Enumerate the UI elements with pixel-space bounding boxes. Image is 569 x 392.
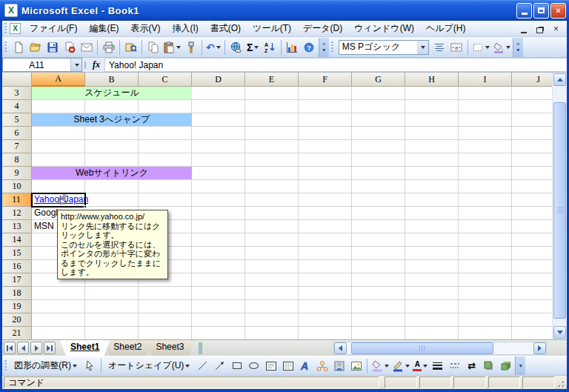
workbook-minimize-button[interactable] xyxy=(519,24,528,33)
column-header[interactable]: C xyxy=(139,73,192,87)
borders-button[interactable] xyxy=(470,39,491,56)
row-header[interactable]: 3 xyxy=(2,87,32,100)
row-header[interactable]: 14 xyxy=(2,233,32,247)
horizontal-scroll-thumb[interactable] xyxy=(351,342,493,354)
row-header[interactable]: 13 xyxy=(2,220,32,233)
open-button[interactable] xyxy=(27,39,44,56)
tab-split-handle[interactable] xyxy=(199,342,202,354)
fill-handle[interactable] xyxy=(84,205,87,208)
rectangle-button[interactable] xyxy=(228,357,245,375)
wordart-button[interactable]: A xyxy=(296,357,313,375)
cell-banner-schedule[interactable]: スケジュール xyxy=(32,87,192,99)
align-center-button[interactable] xyxy=(431,39,448,56)
row-header[interactable]: 9 xyxy=(2,167,32,180)
name-box-dropdown[interactable] xyxy=(70,59,81,71)
workbook-close-button[interactable]: × xyxy=(551,24,561,33)
scroll-right-button[interactable] xyxy=(533,342,546,354)
font-name-select[interactable]: MS Pゴシック xyxy=(339,40,429,55)
select-objects-button[interactable] xyxy=(81,357,99,375)
row-header[interactable]: 20 xyxy=(2,313,32,327)
help-button[interactable]: ? xyxy=(301,39,318,56)
scroll-down-button[interactable] xyxy=(553,326,566,339)
hyperlink-button[interactable] xyxy=(227,39,244,56)
row-header[interactable]: 17 xyxy=(2,273,32,287)
next-sheet-button[interactable] xyxy=(30,342,42,354)
print-button[interactable] xyxy=(100,39,117,56)
row-header[interactable]: 16 xyxy=(2,260,32,273)
horizontal-scrollbar[interactable] xyxy=(333,342,547,355)
column-header[interactable]: E xyxy=(245,73,299,87)
text-box-button[interactable] xyxy=(262,357,279,375)
row-header[interactable]: 10 xyxy=(2,180,32,193)
toolbar-options-button[interactable]: ▾ xyxy=(515,356,525,376)
scroll-up-button[interactable] xyxy=(553,73,566,86)
mail-button[interactable] xyxy=(78,39,95,56)
line-button[interactable] xyxy=(194,357,211,375)
autoshapes-menu-button[interactable]: オートシェイプ(U) xyxy=(104,358,194,374)
shape-line-color-button[interactable] xyxy=(390,357,411,375)
font-color-button[interactable]: A xyxy=(411,357,429,375)
draw-menu-button[interactable]: 図形の調整(R) xyxy=(10,358,81,374)
dash-style-button[interactable] xyxy=(446,357,463,375)
row-header[interactable]: 5 xyxy=(2,113,32,127)
copy-button[interactable] xyxy=(144,39,162,56)
fill-color-button[interactable] xyxy=(491,39,512,56)
horizontal-scroll-track[interactable] xyxy=(347,342,533,354)
column-header[interactable]: H xyxy=(405,73,459,87)
sort-ascending-button[interactable]: AZ xyxy=(262,39,279,56)
chart-wizard-button[interactable] xyxy=(284,39,301,56)
save-button[interactable] xyxy=(44,39,61,56)
column-header[interactable]: B xyxy=(85,73,139,87)
row-header[interactable]: 15 xyxy=(2,247,32,260)
merge-and-center-button[interactable]: a xyxy=(448,39,465,56)
formula-input[interactable]: Yahoo! Japan xyxy=(104,58,567,72)
vertical-scrollbar[interactable] xyxy=(552,73,567,339)
oval-button[interactable] xyxy=(245,357,262,375)
formula-bar-splitter[interactable] xyxy=(82,58,88,72)
column-header[interactable]: I xyxy=(459,73,512,87)
sheet-tab[interactable]: Sheet3 xyxy=(145,340,194,356)
row-header[interactable]: 4 xyxy=(2,100,32,113)
name-box[interactable]: A11 xyxy=(2,58,82,72)
menu-item[interactable]: 挿入(I) xyxy=(166,20,204,37)
arrow-style-button[interactable]: ⇄ xyxy=(463,357,480,375)
menu-item[interactable]: 書式(O) xyxy=(204,20,247,37)
arrow-button[interactable] xyxy=(211,357,228,375)
resize-grip[interactable] xyxy=(555,376,565,388)
scroll-left-button[interactable] xyxy=(334,342,347,354)
row-header[interactable]: 21 xyxy=(2,327,32,339)
line-style-button[interactable] xyxy=(429,357,446,375)
column-header[interactable]: F xyxy=(299,73,352,87)
menu-item[interactable]: ファイル(F) xyxy=(24,20,83,37)
insert-function-button[interactable]: fx xyxy=(88,58,104,72)
autosum-button[interactable]: Σ xyxy=(244,39,262,56)
last-sheet-button[interactable] xyxy=(44,342,56,354)
new-button[interactable] xyxy=(10,39,27,56)
row-header[interactable]: 8 xyxy=(2,153,32,167)
menu-item[interactable]: ヘルプ(H) xyxy=(420,20,472,37)
cell-banner-web-links[interactable]: Webサイトリンク xyxy=(32,167,192,179)
first-sheet-button[interactable] xyxy=(4,342,16,354)
select-all-corner[interactable] xyxy=(2,73,32,87)
clip-art-button[interactable] xyxy=(330,357,347,375)
sheet-tab[interactable]: Sheet2 xyxy=(103,340,152,356)
minimize-button[interactable] xyxy=(516,3,532,19)
cell-msn[interactable]: MSN xyxy=(34,220,54,233)
research-button[interactable] xyxy=(122,39,139,56)
font-dropdown-button[interactable] xyxy=(417,41,428,54)
previous-sheet-button[interactable] xyxy=(17,342,29,354)
toolbar-grip[interactable] xyxy=(4,41,7,53)
vertical-scroll-thumb[interactable] xyxy=(553,102,566,319)
row-header[interactable]: 6 xyxy=(2,127,32,140)
maximize-button[interactable] xyxy=(533,3,549,19)
sheet-tab[interactable]: Sheet1 xyxy=(60,340,110,356)
row-header[interactable]: 19 xyxy=(2,300,32,313)
menu-item[interactable]: 表示(V) xyxy=(124,20,166,37)
undo-button[interactable]: ↶ xyxy=(204,39,222,56)
menu-item[interactable]: データ(D) xyxy=(297,20,348,37)
row-header[interactable]: 7 xyxy=(2,140,32,153)
row-header[interactable]: 18 xyxy=(2,287,32,300)
toolbar-grip[interactable] xyxy=(4,360,7,372)
permission-button[interactable] xyxy=(61,39,78,56)
column-header[interactable]: D xyxy=(192,73,245,87)
